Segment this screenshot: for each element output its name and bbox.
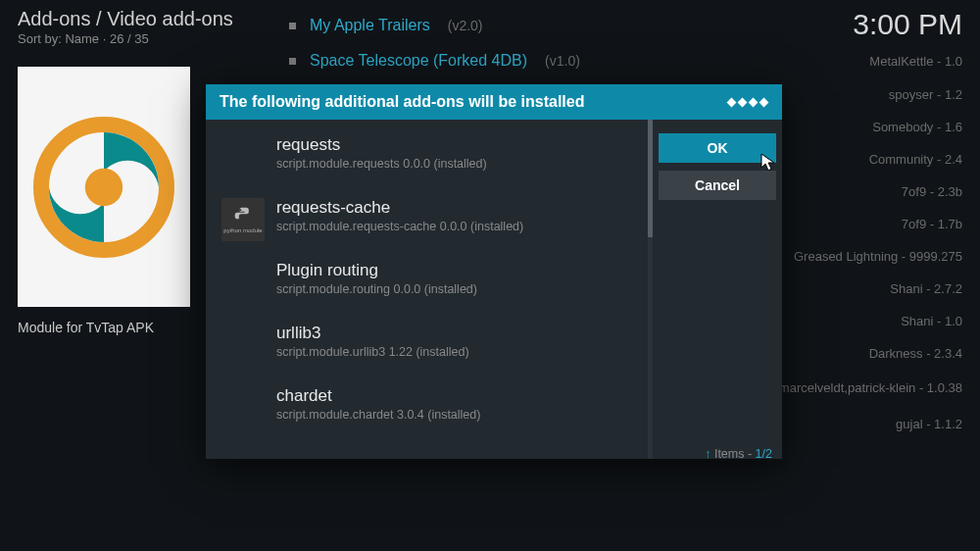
bullet-icon: [289, 58, 296, 65]
module-icon: [221, 135, 265, 178]
sort-info[interactable]: Sort by: Name · 26 / 35: [18, 31, 233, 46]
breadcrumb[interactable]: Add-ons / Video add-ons: [18, 8, 233, 30]
dependency-item[interactable]: chardetscript.module.chardet 3.0.4 (inst…: [206, 376, 648, 439]
dialog-titlebar: The following additional add-ons will be…: [206, 84, 782, 120]
module-icon: [221, 386, 265, 429]
addon-thumbnail: [18, 67, 190, 307]
cursor-icon: [760, 153, 778, 173]
list-item[interactable]: Space Telescope (Forked 4DB)(v1.0) Metal…: [289, 43, 962, 78]
dialog-footer: ↑ Items - 1/2: [206, 443, 782, 461]
python-module-icon: python module: [221, 198, 265, 241]
cancel-button[interactable]: Cancel: [659, 171, 776, 200]
dependency-item[interactable]: urllib3script.module.urllib3 1.22 (insta…: [206, 314, 648, 376]
svg-point-1: [85, 168, 122, 205]
phoenix-icon: [25, 109, 182, 266]
kodi-logo-icon: [727, 98, 768, 107]
module-icon: [221, 324, 265, 367]
bullet-icon: [289, 23, 296, 29]
install-dependencies-dialog: The following additional add-ons will be…: [206, 84, 782, 459]
dependency-list[interactable]: requestsscript.module.requests 0.0.0 (in…: [206, 120, 648, 459]
addon-caption: Module for TvTap APK: [18, 320, 154, 335]
list-item[interactable]: My Apple Trailers(v2.0): [289, 8, 962, 43]
dialog-title-text: The following additional add-ons will be…: [220, 93, 584, 111]
ok-button[interactable]: OK: [659, 133, 776, 163]
dependency-item[interactable]: Plugin routingscript.module.routing 0.0.…: [206, 251, 648, 314]
module-icon: [221, 261, 265, 304]
dependency-item[interactable]: requestsscript.module.requests 0.0.0 (in…: [206, 125, 648, 188]
dependency-item[interactable]: python module requests-cachescript.modul…: [206, 188, 648, 251]
scrollbar[interactable]: [648, 120, 653, 459]
